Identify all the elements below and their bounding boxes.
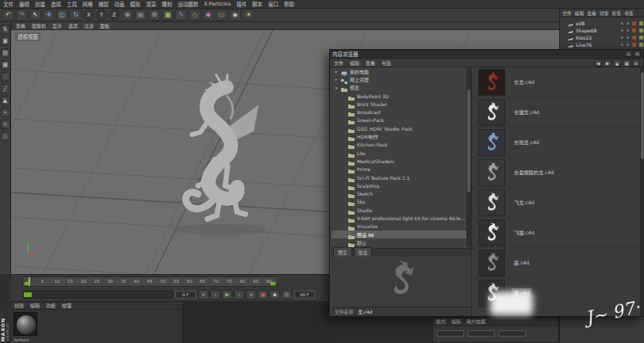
- dragon-model[interactable]: [159, 70, 278, 240]
- up-icon[interactable]: ▲: [613, 59, 621, 67]
- menubar-item[interactable]: 运动跟踪: [178, 0, 198, 8]
- timeline-slider-handle[interactable]: [24, 292, 32, 297]
- menubar-item[interactable]: 渲染: [146, 0, 156, 8]
- menubar-item[interactable]: 选择: [51, 0, 61, 8]
- menubar-item[interactable]: 插件: [236, 0, 247, 8]
- tree-item[interactable]: 默认: [332, 238, 466, 246]
- menubar-item[interactable]: 帮助: [284, 0, 294, 8]
- maximize-icon[interactable]: ▫: [625, 51, 632, 57]
- object-manager-menu-item[interactable]: 查看: [587, 10, 596, 17]
- tree-scrollbar-thumb[interactable]: [467, 90, 470, 192]
- content-browser-menu-item[interactable]: 查看: [366, 59, 375, 67]
- content-browser-menu-item[interactable]: 文件: [334, 59, 343, 67]
- object-manager-menu-item[interactable]: 对象: [600, 10, 609, 17]
- tool-edges-mode[interactable]: ╱: [1, 84, 10, 93]
- file-item[interactable]: 长袍龙.c4d: [472, 128, 640, 158]
- back-icon[interactable]: ◀: [594, 59, 602, 67]
- tool-add-cube[interactable]: ■: [162, 10, 174, 21]
- material-menu-item[interactable]: 创建: [14, 302, 24, 309]
- tool-add-camera[interactable]: ◉: [229, 10, 241, 21]
- menubar-item[interactable]: 窗口: [268, 0, 278, 8]
- material-thumbnail[interactable]: [13, 312, 37, 336]
- previous-frame-button[interactable]: ‹: [210, 290, 220, 299]
- next-frame-button[interactable]: ›: [234, 290, 244, 299]
- object-tag-icon[interactable]: [639, 21, 643, 25]
- menubar-item[interactable]: 编辑: [19, 0, 29, 8]
- tool-workplane-mode[interactable]: ▦: [1, 60, 10, 70]
- object-tag-icon[interactable]: [639, 36, 643, 40]
- tool-undo[interactable]: ↶: [2, 10, 14, 21]
- go-to-end-button[interactable]: »: [246, 290, 256, 299]
- menubar-item[interactable]: 模拟: [130, 0, 140, 8]
- tool-coordinate-system[interactable]: ⊕: [121, 10, 133, 21]
- tool-render-view[interactable]: ▤: [135, 10, 147, 21]
- visibility-dot[interactable]: [621, 22, 623, 25]
- menubar-item[interactable]: 捕捉: [98, 0, 109, 8]
- viewport-menu-item[interactable]: 过滤: [84, 22, 94, 29]
- viewport-menu-item[interactable]: 选项: [68, 22, 78, 29]
- record-button[interactable]: ●: [258, 290, 268, 299]
- object-tag-icon[interactable]: [632, 21, 636, 25]
- viewport-view-label[interactable]: 透视视图: [15, 32, 40, 40]
- object-tag-icon[interactable]: [639, 29, 643, 32]
- visibility-dot[interactable]: [627, 22, 629, 25]
- file-list-scrollbar[interactable]: [640, 67, 644, 316]
- file-item[interactable]: 飞龙.c4d: [472, 188, 640, 218]
- viewport-menu-item[interactable]: 查看: [16, 22, 25, 29]
- tool-add-spline[interactable]: ✎: [175, 10, 187, 21]
- menubar-item[interactable]: X-Particles: [204, 1, 231, 7]
- panel-tab[interactable]: 信息: [354, 247, 373, 257]
- visibility-dot[interactable]: [621, 44, 623, 46]
- object-manager-menu-item[interactable]: 书签: [624, 10, 634, 17]
- object-manager-menu-item[interactable]: 编辑: [575, 10, 585, 17]
- content-browser-menu-item[interactable]: 书签: [381, 59, 391, 67]
- go-to-start-button[interactable]: «: [198, 290, 209, 299]
- tool-axis-y[interactable]: Y: [96, 10, 107, 21]
- attribute-tab[interactable]: 用户数据: [466, 318, 485, 325]
- menubar-item[interactable]: 脚本: [252, 0, 263, 8]
- tool-add-generator[interactable]: ◇: [189, 10, 201, 21]
- menubar-item[interactable]: 文件: [3, 0, 13, 8]
- file-item[interactable]: 长龙.c4d: [472, 67, 640, 97]
- tool-enable-axis[interactable]: ⌖: [1, 108, 10, 117]
- visibility-dot[interactable]: [627, 44, 629, 46]
- visibility-dot[interactable]: [621, 29, 623, 32]
- tool-axis-x[interactable]: X: [83, 10, 94, 21]
- tool-model-mode[interactable]: ▣: [1, 36, 10, 46]
- material-name[interactable]: lambert: [13, 337, 29, 342]
- tool-snap[interactable]: ∩: [1, 120, 10, 129]
- tool-rotate[interactable]: ↻: [70, 10, 82, 21]
- attribute-field[interactable]: [499, 330, 526, 337]
- content-browser-menu-item[interactable]: 编辑: [350, 59, 359, 67]
- tool-polygons-mode[interactable]: ▲: [1, 96, 10, 105]
- material-menu-item[interactable]: 功能: [46, 302, 56, 309]
- attribute-tab[interactable]: 编辑: [451, 318, 461, 325]
- object-tag-icon[interactable]: [632, 43, 636, 47]
- forward-icon[interactable]: ▶: [604, 59, 611, 67]
- tool-scale[interactable]: ◱: [56, 10, 68, 21]
- content-browser-titlebar[interactable]: 内容浏览器 ▫✕: [330, 50, 643, 59]
- attribute-tab[interactable]: 模式: [436, 318, 446, 325]
- timeline-slider[interactable]: [22, 291, 173, 299]
- menubar-item[interactable]: 创建: [35, 0, 45, 8]
- viewport-menu-item[interactable]: 显示: [52, 22, 62, 29]
- expand-arrow-icon[interactable]: ▸: [334, 69, 339, 74]
- tool-make-editable[interactable]: ⇅: [1, 25, 10, 34]
- autokey-button[interactable]: ⊙: [282, 290, 292, 299]
- object-tag-icon[interactable]: [639, 43, 643, 47]
- close-icon[interactable]: ✕: [634, 51, 641, 57]
- object-manager-menu-item[interactable]: 标签: [611, 10, 621, 17]
- tool-add-light[interactable]: ☀: [243, 10, 255, 21]
- attribute-field[interactable]: [437, 330, 464, 337]
- tool-redo[interactable]: ↷: [16, 10, 28, 21]
- file-item[interactable]: 长腿龙.c4d: [472, 97, 640, 128]
- menubar-item[interactable]: 工具: [67, 0, 77, 8]
- file-list-scrollbar-thumb[interactable]: [641, 72, 644, 159]
- menubar-item[interactable]: 雕刻: [162, 0, 172, 8]
- object-row[interactable]: Line76: [560, 41, 644, 48]
- attribute-field[interactable]: [468, 330, 495, 337]
- file-item[interactable]: 鹿.c4d: [472, 248, 640, 278]
- visibility-dot[interactable]: [621, 36, 623, 39]
- tool-move[interactable]: ✛: [43, 10, 55, 21]
- tree-item[interactable]: ▸网上邻居: [332, 75, 466, 83]
